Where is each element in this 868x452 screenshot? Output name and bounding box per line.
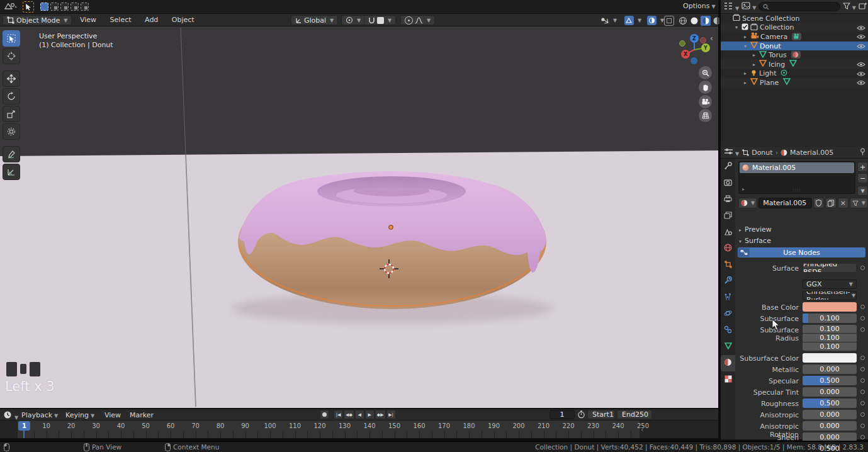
axis-y-neg-ball[interactable] bbox=[679, 40, 685, 47]
snap-group[interactable]: ▼ bbox=[364, 15, 396, 25]
material-filter-dropdown[interactable]: ▼ bbox=[850, 198, 868, 208]
new-material-copy-button[interactable] bbox=[825, 198, 837, 208]
prev-keyframe-button[interactable]: ◀◆ bbox=[344, 410, 354, 419]
editor-type-icon-properties[interactable]: ▼ bbox=[724, 147, 739, 157]
timeline-menu-playback[interactable]: Playback▼ bbox=[21, 411, 58, 419]
properties-tab-constraints[interactable] bbox=[721, 322, 735, 339]
proportional-editing-group[interactable]: ▼ bbox=[400, 15, 435, 25]
tool-select-box[interactable] bbox=[3, 30, 20, 47]
expander-icon[interactable]: ▸ bbox=[742, 80, 748, 86]
menu-add[interactable]: Add bbox=[139, 14, 164, 26]
animate-decorator[interactable] bbox=[860, 305, 865, 309]
jump-to-end-button[interactable]: ▶| bbox=[386, 410, 396, 419]
axis-z-ball[interactable]: Z bbox=[690, 34, 699, 43]
outliner-item-light[interactable]: ▸Light bbox=[721, 69, 868, 79]
expander-icon[interactable]: ▾ bbox=[733, 25, 740, 30]
timeline-menu-keying[interactable]: Keying▼ bbox=[65, 411, 94, 419]
show-gizmos-toggle[interactable]: ▼ bbox=[597, 15, 621, 25]
properties-tab-tool[interactable] bbox=[721, 159, 735, 175]
frame-start-field[interactable]: Start1 bbox=[587, 410, 615, 419]
properties-tab-physics[interactable] bbox=[721, 306, 735, 322]
unlink-material-button[interactable]: × bbox=[838, 198, 848, 208]
new-collection-button[interactable] bbox=[859, 2, 867, 11]
value-slider[interactable]: 0.000 bbox=[803, 387, 857, 397]
timeline-menu-marker[interactable]: Marker bbox=[130, 411, 154, 419]
properties-tab-object[interactable] bbox=[721, 257, 735, 273]
animate-decorator[interactable] bbox=[860, 367, 865, 371]
properties-tab-modifiers[interactable] bbox=[721, 273, 735, 290]
select-mode-new[interactable] bbox=[40, 3, 48, 11]
visibility-eye-icon[interactable] bbox=[857, 43, 865, 51]
animate-decorator[interactable] bbox=[860, 424, 865, 428]
frame-end-field[interactable]: End250 bbox=[617, 410, 652, 419]
outliner-display-mode[interactable]: ▼ bbox=[741, 2, 756, 11]
animate-decorator[interactable] bbox=[860, 378, 865, 383]
play-reverse-button[interactable]: ◀ bbox=[355, 410, 364, 419]
value-slider[interactable]: 0.100 bbox=[803, 314, 857, 323]
pin-icon[interactable] bbox=[859, 148, 866, 157]
menu-view[interactable]: View bbox=[74, 14, 102, 26]
stopwatch-icon[interactable] bbox=[577, 410, 585, 421]
current-frame-field[interactable]: 1 bbox=[550, 410, 575, 419]
outliner-filter[interactable]: ▼ bbox=[843, 3, 856, 11]
browse-material-dropdown[interactable]: ▼ bbox=[738, 198, 757, 208]
pan-hand-button[interactable] bbox=[699, 81, 712, 94]
animate-decorator[interactable] bbox=[860, 316, 865, 320]
visibility-eye-icon[interactable] bbox=[857, 25, 865, 33]
editor-type-icon-timeline[interactable]: ▼ bbox=[3, 410, 18, 421]
expander-icon[interactable]: ▸ bbox=[751, 52, 757, 58]
pivot-point-dropdown[interactable]: ▼ bbox=[341, 15, 365, 25]
tool-measure[interactable] bbox=[3, 164, 20, 180]
axis-z-neg-ball[interactable] bbox=[690, 57, 697, 64]
resize-grip[interactable]: :::: bbox=[792, 188, 801, 193]
add-material-slot-button[interactable]: + bbox=[857, 162, 868, 172]
outliner-item-plane[interactable]: ▸Plane bbox=[721, 78, 868, 88]
shader-menu-button[interactable]: Principled BSDF bbox=[803, 263, 857, 273]
properties-tab-texture[interactable] bbox=[721, 371, 735, 388]
timeline-menu-view[interactable]: View bbox=[104, 411, 121, 419]
outliner-search-input[interactable] bbox=[758, 2, 840, 11]
properties-tab-render[interactable] bbox=[721, 175, 735, 191]
tool-annotate[interactable] bbox=[3, 146, 20, 162]
expander-icon[interactable]: ▾ bbox=[742, 43, 748, 49]
properties-tab-world[interactable] bbox=[721, 240, 735, 257]
zoom-button[interactable] bbox=[699, 66, 712, 79]
timeline-ruler[interactable]: 1020304050607080901001101201301401501601… bbox=[0, 421, 718, 438]
remove-material-slot-button[interactable]: − bbox=[857, 173, 868, 183]
breadcrumb-material[interactable]: Material.005 bbox=[790, 149, 833, 157]
visibility-eye-icon[interactable] bbox=[857, 79, 865, 88]
mode-dropdown[interactable]: Object Mode▼ bbox=[3, 15, 72, 25]
select-mode-intersect[interactable] bbox=[81, 3, 89, 11]
material-specials-menu[interactable]: ▼ bbox=[857, 186, 868, 196]
shading-wireframe[interactable] bbox=[678, 16, 688, 26]
properties-tab-material[interactable] bbox=[721, 355, 735, 371]
slot-list-expand[interactable]: ▸ bbox=[742, 186, 745, 192]
outliner-item-scene-collection[interactable]: Scene Collection bbox=[721, 14, 868, 23]
animate-decorator[interactable] bbox=[860, 412, 865, 417]
sidebar-collapse-arrow[interactable]: ‹ bbox=[710, 34, 713, 43]
tool-transform[interactable] bbox=[3, 123, 20, 140]
play-button[interactable]: ▶ bbox=[365, 410, 375, 419]
fake-user-shield-button[interactable] bbox=[813, 198, 824, 208]
properties-tab-scene[interactable] bbox=[721, 224, 735, 240]
color-swatch[interactable] bbox=[803, 302, 857, 312]
expander-icon[interactable]: ▸ bbox=[742, 71, 748, 76]
animate-decorator[interactable] bbox=[860, 266, 865, 270]
expander-icon[interactable]: ▸ bbox=[742, 34, 748, 40]
animate-decorator[interactable] bbox=[860, 390, 865, 394]
panel-surface[interactable]: ▾Surface bbox=[739, 237, 771, 245]
value-slider[interactable]: 0.500 bbox=[803, 376, 857, 385]
collection-checkbox[interactable] bbox=[741, 23, 748, 32]
ruler-collapse-arrow[interactable]: ‹ bbox=[641, 426, 643, 434]
editor-type-icon-outliner[interactable]: ▼ bbox=[723, 2, 739, 12]
value-slider[interactable]: 0.500 bbox=[803, 398, 857, 408]
select-mode-subtract[interactable] bbox=[60, 3, 69, 11]
visibility-eye-icon[interactable] bbox=[857, 61, 865, 69]
color-swatch[interactable] bbox=[803, 353, 857, 363]
perspective-toggle-button[interactable] bbox=[699, 109, 712, 122]
options-menu[interactable]: Options▼ bbox=[683, 2, 716, 10]
tool-move[interactable] bbox=[3, 71, 20, 87]
visibility-eye-icon[interactable] bbox=[857, 71, 865, 79]
animate-decorator[interactable] bbox=[860, 401, 865, 405]
camera-view-button[interactable] bbox=[699, 95, 712, 108]
